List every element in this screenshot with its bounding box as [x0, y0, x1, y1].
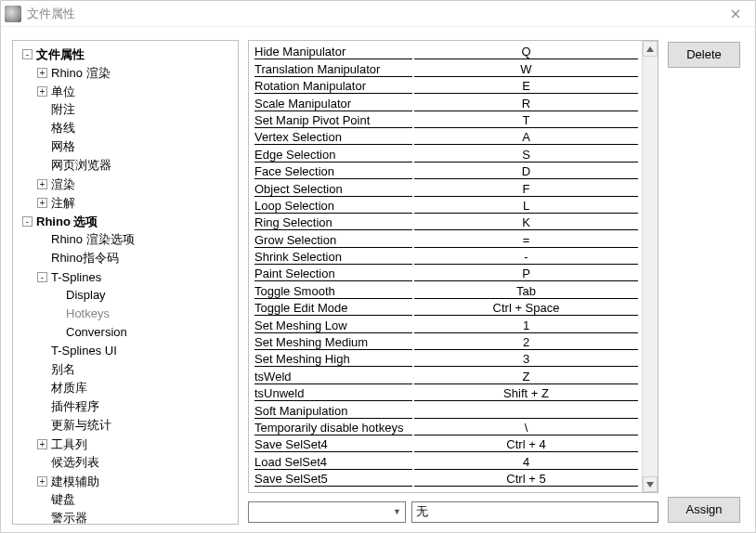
scroll-up-button[interactable] — [643, 41, 658, 57]
hotkey-row[interactable]: tsWeldZ — [254, 367, 638, 384]
content-area: -文件属性+Rhino 渲染+单位附注格线网格网页浏览器+渲染+注解-Rhino… — [1, 27, 755, 532]
hotkey-key-cell: K — [414, 215, 638, 230]
hotkey-row[interactable]: Ring SelectionK — [254, 214, 638, 230]
hotkey-row[interactable]: Set Meshing Low1 — [254, 316, 638, 332]
tree-item-label: 文件属性 — [36, 46, 85, 63]
hotkey-row[interactable]: Scale ManipulatorR — [254, 94, 638, 110]
hotkey-key-cell: Shift + Z — [414, 386, 638, 401]
hotkey-list[interactable]: Hide ManipulatorQTranslation Manipulator… — [249, 41, 642, 492]
expanded-icon[interactable]: - — [22, 49, 33, 59]
hotkey-row[interactable]: Paint SelectionP — [254, 265, 638, 281]
tree-item[interactable]: Hotkeys — [50, 305, 236, 323]
hotkey-row[interactable]: Set Meshing High3 — [254, 350, 638, 367]
expanded-icon[interactable]: - — [37, 272, 47, 282]
hotkey-action: Paint Selection — [254, 266, 412, 281]
tree-item[interactable]: +单位 — [35, 82, 236, 100]
tree-item-label: T-Splines — [51, 268, 101, 286]
scrollbar[interactable] — [642, 41, 658, 492]
hotkey-row[interactable]: Object SelectionF — [254, 179, 638, 196]
hotkey-key: Ctrl + 5 — [414, 472, 638, 486]
tree-item-label: Rhino 选项 — [36, 213, 98, 230]
hotkey-row[interactable]: Face SelectionD — [254, 162, 638, 179]
hotkey-row[interactable]: Shrink Selection- — [254, 248, 638, 265]
hotkey-row[interactable]: Load SelSet44 — [254, 452, 638, 469]
category-tree[interactable]: -文件属性+Rhino 渲染+单位附注格线网格网页浏览器+渲染+注解-Rhino… — [12, 40, 239, 525]
hotkey-row[interactable]: Rotation ManipulatorE — [254, 77, 638, 94]
hotkey-action: Save SelSet5 — [254, 472, 412, 487]
title-bar: 文件属性 — [1, 1, 755, 27]
tree-item-label: Hotkeys — [66, 305, 110, 322]
tree-item[interactable]: Rhino指令码 — [35, 249, 236, 267]
tree-item[interactable]: 网格 — [35, 137, 236, 156]
hotkey-key-cell: Tab — [414, 284, 638, 299]
tree-item-label: 格线 — [51, 119, 75, 136]
tree-item[interactable]: -T-SplinesDisplayHotkeysConversion — [35, 267, 236, 342]
action-dropdown[interactable]: ▼ — [248, 501, 406, 523]
scroll-track[interactable] — [643, 57, 658, 476]
close-icon[interactable] — [722, 5, 749, 23]
hotkey-action: Object Selection — [254, 182, 412, 197]
hotkey-row[interactable]: Edge SelectionS — [254, 145, 638, 162]
hotkey-key-cell: \ — [414, 421, 638, 436]
tree-item[interactable]: +建模辅助 — [35, 472, 236, 490]
tree-item[interactable]: -文件属性+Rhino 渲染+单位附注格线网格网页浏览器+渲染+注解 — [20, 45, 236, 212]
collapsed-icon[interactable]: + — [37, 198, 47, 208]
tree-item[interactable]: 材质库 — [35, 379, 236, 397]
hotkey-row[interactable]: Save SelSet4Ctrl + 4 — [254, 436, 638, 452]
hotkey-row[interactable]: Toggle SmoothTab — [254, 281, 638, 298]
hotkey-key: 3 — [414, 352, 638, 366]
hotkey-row[interactable]: Hide ManipulatorQ — [254, 43, 638, 59]
delete-button[interactable]: Delete — [668, 42, 740, 68]
hotkey-row[interactable]: Soft Manipulation — [254, 401, 638, 418]
collapsed-icon[interactable]: + — [37, 86, 47, 97]
tree-item[interactable]: 格线 — [35, 119, 236, 137]
hotkey-row[interactable]: Set Meshing Medium2 — [254, 333, 638, 350]
tree-item[interactable]: 键盘 — [35, 490, 236, 509]
tree-item[interactable]: +注解 — [35, 193, 236, 212]
hotkey-row[interactable]: Load SelSet55 — [254, 487, 638, 492]
tree-item[interactable]: +工具列 — [35, 435, 236, 453]
tree-item[interactable]: 网页浏览器 — [35, 156, 236, 175]
hotkey-row[interactable]: Set Manip Pivot PointT — [254, 111, 638, 128]
tree-item[interactable]: 别名 — [35, 360, 236, 379]
hotkey-key: Ctrl + Space — [414, 301, 638, 315]
hotkey-action: Load SelSet5 — [254, 489, 412, 492]
hotkey-row[interactable]: tsUnweldShift + Z — [254, 384, 638, 401]
scroll-down-button[interactable] — [643, 476, 658, 492]
tree-item-label: 别名 — [51, 360, 75, 378]
assign-button[interactable]: Assign — [668, 497, 740, 523]
tree-item[interactable]: Rhino 渲染选项 — [35, 230, 236, 249]
hotkey-action: Loop Selection — [254, 199, 412, 214]
hotkey-row[interactable]: Save SelSet5Ctrl + 5 — [254, 470, 638, 487]
collapsed-icon[interactable]: + — [37, 179, 47, 189]
hotkey-key: R — [414, 97, 638, 110]
tree-item[interactable]: 候选列表 — [35, 453, 236, 472]
collapsed-icon[interactable]: + — [37, 439, 47, 449]
expanded-icon[interactable]: - — [22, 216, 33, 227]
tree-item[interactable]: +Rhino 渲染 — [35, 63, 236, 82]
key-input-field[interactable]: 无 — [411, 501, 658, 523]
hotkey-action: Ring Selection — [254, 215, 412, 230]
tree-item[interactable]: 更新与统计 — [35, 416, 236, 435]
hotkey-row[interactable]: Grow Selection= — [254, 230, 638, 247]
collapsed-icon[interactable]: + — [37, 68, 47, 78]
hotkey-row[interactable]: Translation ManipulatorW — [254, 59, 638, 76]
tree-item[interactable]: 附注 — [35, 100, 236, 119]
tree-item[interactable]: T-Splines UI — [35, 342, 236, 360]
tree-item[interactable]: 插件程序 — [35, 397, 236, 416]
hotkey-row[interactable]: Vertex SelectionA — [254, 128, 638, 145]
hotkey-action: Save SelSet4 — [254, 437, 412, 452]
tree-item[interactable]: Conversion — [50, 323, 236, 342]
hotkey-key-cell: R — [414, 97, 638, 111]
hotkey-row[interactable]: Loop SelectionL — [254, 197, 638, 214]
hotkey-action: Set Meshing Medium — [254, 335, 412, 350]
tree-item[interactable]: Display — [50, 286, 236, 305]
tree-item[interactable]: +渲染 — [35, 175, 236, 193]
tree-item[interactable]: 警示器 — [35, 509, 236, 525]
hotkey-row[interactable]: Toggle Edit ModeCtrl + Space — [254, 299, 638, 316]
hotkey-row[interactable]: Temporarily disable hotkeys\ — [254, 419, 638, 436]
tree-item-label: Rhino指令码 — [51, 249, 119, 266]
hotkey-action: Scale Manipulator — [254, 97, 412, 111]
collapsed-icon[interactable]: + — [37, 476, 47, 487]
tree-item[interactable]: -Rhino 选项Rhino 渲染选项Rhino指令码-T-SplinesDis… — [20, 212, 236, 525]
